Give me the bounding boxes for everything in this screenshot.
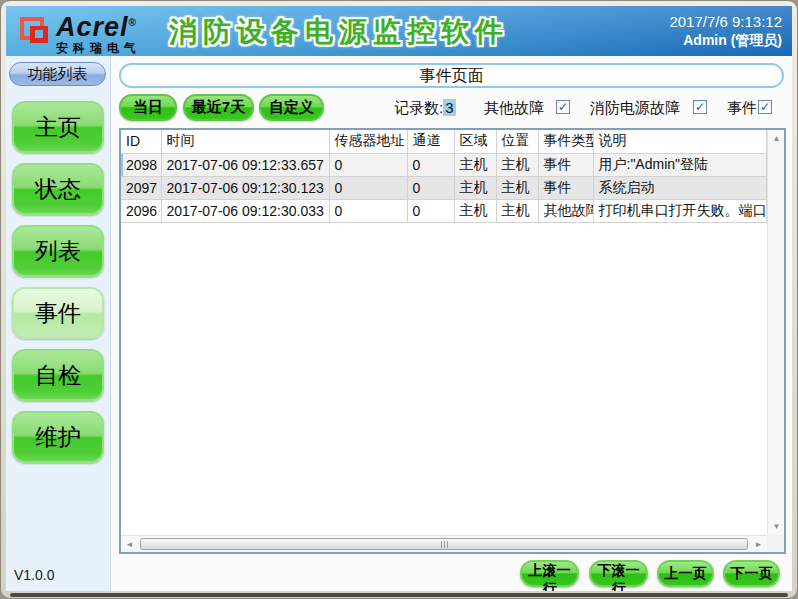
sidebar-item-events[interactable]: 事件 [12,287,104,339]
cell-desc: 用户:"Admin"登陆 [593,153,767,176]
sidebar-item-home[interactable]: 主页 [12,101,104,153]
cell-area: 主机 [454,199,496,222]
check-icon: ✓ [558,100,568,114]
col-sensor: 传感器地址 [329,130,407,153]
check-icon: ✓ [695,100,705,114]
registered-mark: ® [129,17,137,28]
sidebar-item-list[interactable]: 列表 [12,225,104,277]
filter-last7-button[interactable]: 最近7天 [183,94,254,121]
app-window: Acrel® 安科瑞电气 消防设备电源监控软件 2017/7/6 9:13:12… [6,6,792,591]
col-area: 区域 [454,130,496,153]
col-time: 时间 [161,130,329,153]
acrel-logo: Acrel® 安科瑞电气 [18,10,141,57]
cell-location: 主机 [496,199,538,222]
version-label: V1.0.0 [14,567,54,583]
col-id: ID [121,130,161,153]
brand-name: Acrel® [56,10,141,40]
scroll-down-row-button[interactable]: 下滚一行 [589,560,648,587]
cell-time: 2017-07-06 09:12:30.033 [161,199,329,222]
cell-desc: 系统启动 [593,176,767,199]
cell-sensor: 0 [329,199,407,222]
scroll-up-row-button[interactable]: 上滚一行 [520,560,579,587]
cell-type: 其他故障 [538,199,593,222]
thumb-grip [444,541,445,548]
col-type: 事件类型 [538,130,593,153]
record-count-label: 记录数: [394,99,443,116]
header-datetime: 2017/7/6 9:13:12 [669,12,782,31]
checkbox-label-power-fault: 消防电源故障 [590,99,680,118]
sidebar-item-status[interactable]: 状态 [12,163,104,215]
scroll-right-icon[interactable]: ► [751,537,766,552]
table-row[interactable]: 2096 2017-07-06 09:12:30.033 0 0 主机 主机 其… [121,199,767,222]
col-channel: 通道 [407,130,454,153]
scroll-up-icon[interactable]: ▲ [769,131,784,146]
event-table-container: ID 时间 传感器地址 通道 区域 位置 事件类型 说明 [119,128,786,554]
event-table: ID 时间 传感器地址 通道 区域 位置 事件类型 说明 [121,130,767,535]
scroll-left-icon[interactable]: ◄ [122,537,137,552]
window-frame: Acrel® 安科瑞电气 消防设备电源监控软件 2017/7/6 9:13:12… [0,0,798,599]
sidebar-item-maintenance[interactable]: 维护 [12,411,104,463]
checkbox-label-other-fault: 其他故障 [484,99,544,118]
cell-channel: 0 [407,176,454,199]
cell-location: 主机 [496,176,538,199]
checkbox-label-event: 事件 [727,99,757,118]
cell-location: 主机 [496,153,538,176]
table-row[interactable]: 2098 2017-07-06 09:12:33.657 0 0 主机 主机 事… [121,153,767,176]
table-row[interactable]: 2097 2017-07-06 09:12:30.123 0 0 主机 主机 事… [121,176,767,199]
cell-area: 主机 [454,176,496,199]
acrel-logo-icon [18,16,52,52]
checkbox-power-fault[interactable]: ✓ [693,100,707,114]
cell-channel: 0 [407,153,454,176]
app-title: 消防设备电源监控软件 [169,13,509,51]
cell-type: 事件 [538,176,593,199]
vertical-scrollbar[interactable]: ▲ ▼ [767,130,784,535]
cell-channel: 0 [407,199,454,222]
checkbox-event[interactable]: ✓ [758,100,772,114]
cell-time: 2017-07-06 09:12:33.657 [161,153,329,176]
filter-today-button[interactable]: 当日 [119,94,177,121]
header-user: Admin (管理员) [669,31,782,50]
cell-desc: 打印机串口打开失败。端口 “C [593,199,767,222]
cell-type: 事件 [538,153,593,176]
table-header-row: ID 时间 传感器地址 通道 区域 位置 事件类型 说明 [121,130,767,153]
sidebar-header: 功能列表 [9,62,106,86]
check-icon: ✓ [760,100,770,114]
brand-subtitle: 安科瑞电气 [56,40,141,57]
sidebar: 功能列表 主页 状态 列表 事件 自检 维护 V1.0.0 [6,56,111,591]
record-count-value: 3 [443,99,455,116]
filter-custom-button[interactable]: 自定义 [259,94,324,121]
cell-id: 2098 [121,153,161,176]
sidebar-item-selftest[interactable]: 自检 [12,349,104,401]
col-location: 位置 [496,130,538,153]
cell-sensor: 0 [329,176,407,199]
col-desc: 说明 [593,130,767,153]
window-bottom-edge [10,593,788,597]
scroll-down-icon[interactable]: ▼ [769,519,784,534]
scrollbar-corner [767,535,784,552]
cell-id: 2096 [121,199,161,222]
checkbox-other-fault[interactable]: ✓ [556,100,570,114]
app-header: Acrel® 安科瑞电气 消防设备电源监控软件 2017/7/6 9:13:12… [6,6,792,56]
main-panel: 事件页面 当日 最近7天 自定义 记录数:3 其他故障 ✓ 消防电源故障 ✓ 事… [111,56,792,591]
cell-sensor: 0 [329,153,407,176]
cell-id: 2097 [121,176,161,199]
horizontal-scrollbar[interactable]: ◄ ► [121,535,767,552]
prev-page-button[interactable]: 上一页 [657,560,714,587]
cell-time: 2017-07-06 09:12:30.123 [161,176,329,199]
horizontal-scroll-thumb[interactable] [140,538,748,550]
record-count: 记录数:3 [394,99,456,118]
cell-area: 主机 [454,153,496,176]
page-title: 事件页面 [119,63,784,88]
next-page-button[interactable]: 下一页 [723,560,780,587]
